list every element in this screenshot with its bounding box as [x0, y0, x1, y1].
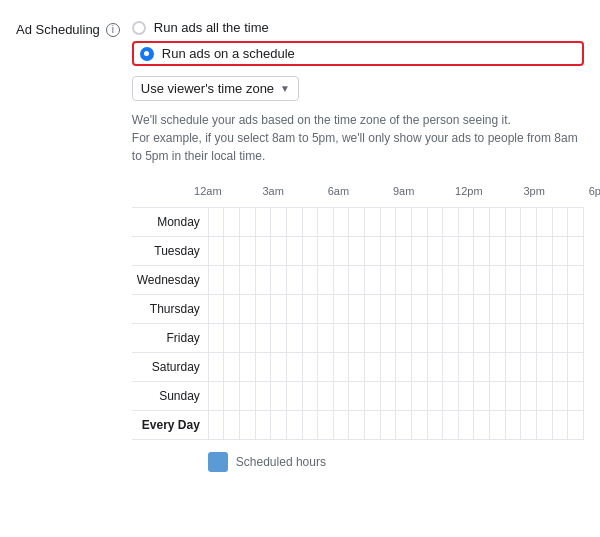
grid-cell[interactable] — [303, 382, 319, 410]
grid-cell[interactable] — [224, 324, 240, 352]
grid-cell[interactable] — [521, 208, 537, 236]
grid-cell[interactable] — [396, 382, 412, 410]
every-day-cell[interactable] — [443, 411, 459, 439]
grid-cell[interactable] — [412, 266, 428, 294]
grid-cell[interactable] — [396, 324, 412, 352]
grid-cell[interactable] — [381, 208, 397, 236]
every-day-cell[interactable] — [349, 411, 365, 439]
grid-cell[interactable] — [490, 237, 506, 265]
grid-cell[interactable] — [428, 295, 444, 323]
grid-cell[interactable] — [256, 237, 272, 265]
grid-cell[interactable] — [318, 382, 334, 410]
grid-cell[interactable] — [240, 295, 256, 323]
every-day-cell[interactable] — [240, 411, 256, 439]
grid-cell[interactable] — [334, 353, 350, 381]
grid-cell[interactable] — [490, 208, 506, 236]
radio-input-all-time[interactable] — [132, 21, 146, 35]
info-icon[interactable]: i — [106, 23, 120, 37]
grid-cell[interactable] — [240, 266, 256, 294]
grid-cell[interactable] — [287, 266, 303, 294]
grid-cell[interactable] — [474, 208, 490, 236]
grid-cell[interactable] — [568, 208, 584, 236]
grid-cell[interactable] — [381, 353, 397, 381]
grid-cell[interactable] — [303, 208, 319, 236]
grid-cell[interactable] — [318, 266, 334, 294]
grid-cell[interactable] — [537, 237, 553, 265]
grid-cell[interactable] — [224, 208, 240, 236]
grid-cell[interactable] — [256, 353, 272, 381]
grid-cell[interactable] — [224, 353, 240, 381]
grid-cell[interactable] — [506, 208, 522, 236]
grid-cell[interactable] — [521, 295, 537, 323]
grid-cell[interactable] — [287, 324, 303, 352]
grid-cell[interactable] — [443, 266, 459, 294]
grid-cell[interactable] — [334, 382, 350, 410]
every-day-cell[interactable] — [537, 411, 553, 439]
grid-cell[interactable] — [490, 382, 506, 410]
grid-cell[interactable] — [365, 237, 381, 265]
grid-cell[interactable] — [428, 382, 444, 410]
grid-cell[interactable] — [568, 353, 584, 381]
grid-cell[interactable] — [396, 295, 412, 323]
grid-cell[interactable] — [334, 237, 350, 265]
grid-cell[interactable] — [506, 353, 522, 381]
grid-cell[interactable] — [428, 208, 444, 236]
grid-cell[interactable] — [240, 208, 256, 236]
grid-cell[interactable] — [412, 382, 428, 410]
grid-cell[interactable] — [553, 266, 569, 294]
timezone-dropdown[interactable]: Use viewer's time zone ▼ — [132, 76, 299, 101]
grid-cell[interactable] — [443, 353, 459, 381]
grid-cell[interactable] — [287, 237, 303, 265]
grid-cell[interactable] — [224, 266, 240, 294]
grid-cell[interactable] — [256, 266, 272, 294]
every-day-cell[interactable] — [334, 411, 350, 439]
every-day-cell[interactable] — [521, 411, 537, 439]
radio-option-schedule[interactable]: Run ads on a schedule — [132, 41, 584, 66]
grid-cell[interactable] — [334, 324, 350, 352]
grid-cell[interactable] — [349, 237, 365, 265]
grid-cell[interactable] — [209, 266, 225, 294]
grid-cell[interactable] — [365, 295, 381, 323]
grid-cell[interactable] — [271, 208, 287, 236]
grid-cell[interactable] — [256, 208, 272, 236]
grid-cell[interactable] — [428, 353, 444, 381]
grid-cell[interactable] — [209, 208, 225, 236]
grid-cell[interactable] — [271, 353, 287, 381]
every-day-cell[interactable] — [381, 411, 397, 439]
grid-cell[interactable] — [209, 295, 225, 323]
grid-cell[interactable] — [490, 353, 506, 381]
grid-cell[interactable] — [209, 382, 225, 410]
grid-cell[interactable] — [209, 237, 225, 265]
grid-cell[interactable] — [506, 266, 522, 294]
grid-cell[interactable] — [459, 295, 475, 323]
grid-cell[interactable] — [506, 324, 522, 352]
grid-cell[interactable] — [537, 295, 553, 323]
grid-cell[interactable] — [318, 237, 334, 265]
grid-cell[interactable] — [396, 353, 412, 381]
grid-cell[interactable] — [303, 324, 319, 352]
grid-cell[interactable] — [521, 237, 537, 265]
every-day-cell[interactable] — [365, 411, 381, 439]
grid-cell[interactable] — [303, 266, 319, 294]
grid-cell[interactable] — [506, 382, 522, 410]
grid-cell[interactable] — [428, 266, 444, 294]
grid-cell[interactable] — [474, 382, 490, 410]
grid-cell[interactable] — [568, 266, 584, 294]
grid-cell[interactable] — [365, 208, 381, 236]
every-day-cell[interactable] — [224, 411, 240, 439]
grid-cell[interactable] — [381, 382, 397, 410]
grid-cell[interactable] — [474, 295, 490, 323]
grid-cell[interactable] — [553, 353, 569, 381]
grid-cell[interactable] — [537, 266, 553, 294]
radio-option-all-time[interactable]: Run ads all the time — [132, 20, 584, 35]
every-day-cell[interactable] — [428, 411, 444, 439]
grid-cell[interactable] — [256, 295, 272, 323]
grid-cell[interactable] — [381, 266, 397, 294]
grid-cell[interactable] — [537, 353, 553, 381]
every-day-cell[interactable] — [568, 411, 584, 439]
every-day-cell[interactable] — [412, 411, 428, 439]
grid-cell[interactable] — [240, 324, 256, 352]
grid-cell[interactable] — [224, 382, 240, 410]
grid-cell[interactable] — [349, 324, 365, 352]
grid-cell[interactable] — [381, 295, 397, 323]
